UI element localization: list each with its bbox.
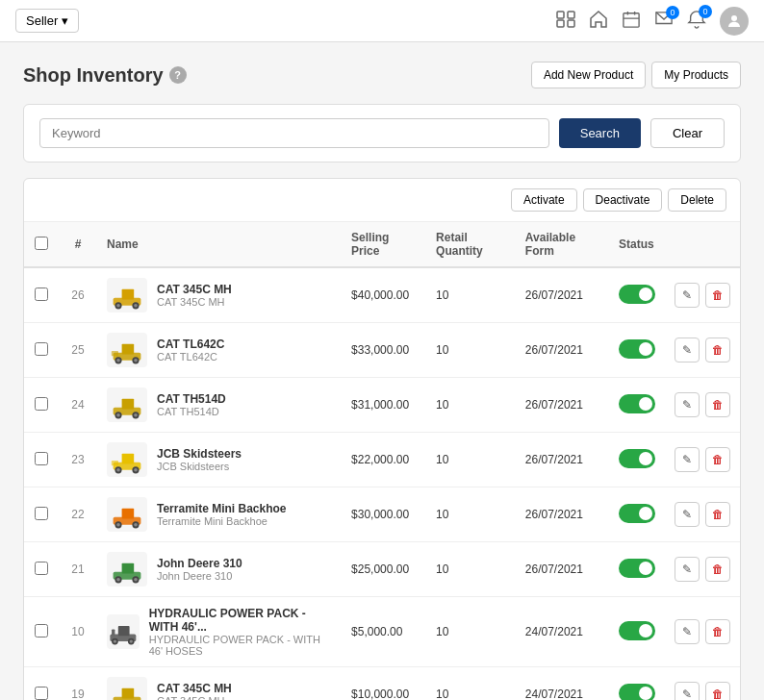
svg-rect-31	[112, 461, 118, 465]
search-input[interactable]	[39, 118, 549, 148]
page-title: Shop Inventory	[23, 64, 164, 87]
row-checkbox[interactable]	[35, 342, 48, 356]
notifications-icon[interactable]: 0	[687, 10, 706, 32]
svg-point-47	[114, 639, 116, 642]
my-products-button[interactable]: My Products	[651, 62, 741, 88]
row-status	[609, 433, 665, 488]
row-checkbox[interactable]	[35, 562, 48, 575]
edit-button[interactable]: ✎	[675, 502, 700, 527]
svg-rect-13	[122, 344, 135, 355]
row-qty: 10	[426, 597, 516, 667]
product-info: Terramite Mini Backhoe Terramite Mini Ba…	[157, 502, 286, 527]
product-sub: Terramite Mini Backhoe	[157, 515, 286, 527]
product-name: CAT 345C MH	[157, 682, 232, 695]
col-price: Selling Price	[342, 222, 426, 267]
delete-row-button[interactable]: 🗑	[705, 502, 730, 527]
row-id: 24	[59, 378, 97, 433]
status-toggle[interactable]	[619, 394, 655, 413]
row-price: $22,000.00	[342, 433, 426, 488]
row-checkbox[interactable]	[35, 288, 48, 301]
product-thumbnail	[107, 497, 147, 532]
status-toggle[interactable]	[619, 504, 655, 523]
page-header: Shop Inventory ? Add New Product My Prod…	[23, 62, 741, 88]
status-toggle[interactable]	[619, 621, 655, 640]
row-status	[609, 597, 665, 667]
delete-row-button[interactable]: 🗑	[705, 557, 730, 582]
row-checkbox[interactable]	[35, 452, 48, 465]
row-checkbox-cell	[24, 433, 59, 488]
row-status	[609, 267, 665, 323]
edit-button[interactable]: ✎	[675, 557, 700, 582]
edit-button[interactable]: ✎	[675, 682, 700, 700]
product-info: CAT TL642C CAT TL642C	[157, 338, 224, 362]
svg-point-9	[116, 304, 120, 308]
row-actions: ✎ 🗑	[665, 542, 740, 597]
edit-button[interactable]: ✎	[675, 283, 700, 308]
home-icon[interactable]	[589, 11, 608, 31]
svg-rect-20	[122, 399, 135, 410]
deactivate-button[interactable]: Deactivate	[583, 188, 663, 212]
main-content: Shop Inventory ? Add New Product My Prod…	[0, 42, 764, 700]
row-status	[609, 667, 665, 701]
product-sub: CAT TH514D	[157, 406, 226, 417]
status-toggle[interactable]	[619, 559, 655, 578]
help-icon[interactable]: ?	[169, 66, 187, 84]
search-bar: Search Clear	[23, 104, 741, 162]
status-toggle[interactable]	[619, 684, 655, 701]
product-sub: CAT 345C MH	[157, 695, 232, 700]
row-checkbox-cell	[24, 267, 59, 323]
row-id: 23	[59, 433, 97, 488]
row-checkbox[interactable]	[35, 507, 48, 520]
add-product-button[interactable]: Add New Product	[531, 62, 646, 88]
delete-row-button[interactable]: 🗑	[705, 338, 730, 362]
edit-button[interactable]: ✎	[675, 392, 700, 417]
row-status	[609, 542, 665, 597]
svg-rect-18	[112, 351, 118, 356]
edit-button[interactable]: ✎	[675, 619, 700, 644]
avatar[interactable]	[720, 7, 749, 36]
table-row: 23 JCB Skids	[24, 433, 740, 488]
row-checkbox-cell	[24, 488, 59, 542]
delete-row-button[interactable]: 🗑	[705, 447, 730, 472]
status-toggle[interactable]	[619, 339, 655, 359]
edit-button[interactable]: ✎	[675, 338, 700, 362]
layout-icon[interactable]	[556, 11, 575, 31]
calendar-icon[interactable]	[622, 11, 641, 31]
row-id: 22	[59, 488, 97, 542]
delete-row-button[interactable]: 🗑	[705, 619, 730, 644]
col-checkbox	[24, 222, 59, 267]
delete-row-button[interactable]: 🗑	[705, 682, 730, 700]
svg-point-43	[134, 578, 138, 582]
svg-point-49	[130, 639, 133, 642]
header-buttons: Add New Product My Products	[531, 62, 741, 88]
row-qty: 10	[426, 433, 516, 488]
nav-left: Seller ▾	[15, 9, 79, 33]
activate-button[interactable]: Activate	[511, 188, 577, 212]
row-date: 26/07/2021	[516, 488, 609, 542]
product-thumbnail	[107, 677, 147, 700]
select-all-checkbox[interactable]	[35, 237, 48, 250]
search-button[interactable]: Search	[559, 118, 641, 148]
svg-point-37	[134, 523, 138, 527]
row-checkbox[interactable]	[35, 397, 48, 411]
row-price: $40,000.00	[342, 267, 426, 323]
row-checkbox[interactable]	[35, 624, 48, 638]
delete-button[interactable]: Delete	[668, 188, 726, 212]
status-toggle[interactable]	[619, 449, 655, 468]
row-price: $5,000.00	[342, 597, 426, 667]
status-toggle[interactable]	[619, 285, 655, 304]
clear-button[interactable]: Clear	[650, 118, 725, 148]
row-checkbox[interactable]	[35, 687, 48, 700]
table-toolbar: Activate Deactivate Delete	[24, 179, 740, 222]
seller-dropdown[interactable]: Seller ▾	[15, 9, 79, 33]
edit-button[interactable]: ✎	[675, 447, 700, 472]
delete-row-button[interactable]: 🗑	[705, 283, 730, 308]
delete-row-button[interactable]: 🗑	[705, 392, 730, 417]
svg-point-24	[134, 413, 138, 417]
product-sub: CAT TL642C	[157, 351, 224, 362]
messages-icon[interactable]: 0	[654, 11, 674, 31]
row-checkbox-cell	[24, 378, 59, 433]
seller-label: Seller	[26, 13, 58, 28]
product-sub: HYDRAULIC POWER PACK - WITH 46' HOSES	[149, 634, 332, 657]
product-info: JCB Skidsteers JCB Skidsteers	[157, 447, 242, 472]
